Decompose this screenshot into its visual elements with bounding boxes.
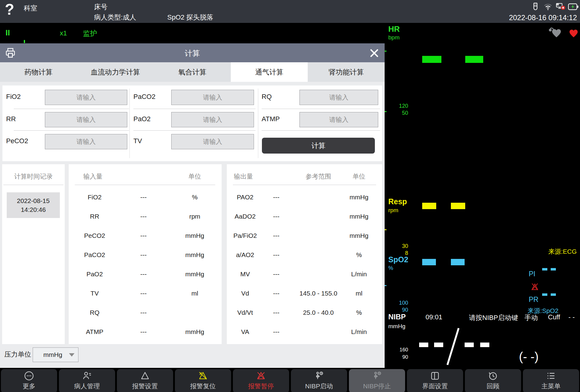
tab-ventilation-calc[interactable]: 通气计算 bbox=[231, 62, 308, 82]
pao2-input[interactable] bbox=[171, 112, 254, 127]
nibp-prompt: 请按NIBP启动键 bbox=[469, 313, 518, 322]
output-row-name: MV bbox=[228, 268, 262, 280]
patient-management-button[interactable]: 病人管理 bbox=[59, 369, 115, 392]
help-icon[interactable]: ? bbox=[5, 1, 14, 18]
tab-oxygenation-calc[interactable]: 氧合计算 bbox=[154, 62, 231, 82]
heart-sensor-icon bbox=[548, 25, 564, 39]
nibp-stop-button[interactable]: NIBP停止 bbox=[349, 369, 405, 392]
input-row-value: --- bbox=[125, 326, 162, 338]
nibp-dia-dash bbox=[465, 343, 474, 347]
resp-value-dash bbox=[451, 203, 465, 209]
spo2-value-dash bbox=[451, 259, 465, 265]
pressure-unit-select[interactable]: mmHg bbox=[33, 347, 78, 362]
pr-alarm-off-icon bbox=[530, 281, 540, 294]
output-row-unit: mmHg bbox=[344, 230, 374, 242]
dialog-tabbar: 药物计算 血流动力学计算 氧合计算 通气计算 肾功能计算 bbox=[0, 62, 385, 82]
hr-label: HR bbox=[388, 24, 400, 34]
output-row-name: Vd/Vt bbox=[228, 307, 262, 319]
output-row-value: --- bbox=[261, 249, 292, 261]
input-row-value: --- bbox=[125, 307, 162, 319]
input-row-unit: mmHg bbox=[173, 249, 216, 261]
output-row-value: --- bbox=[261, 326, 292, 338]
outputs-ref-header: 参考范围 bbox=[303, 172, 334, 181]
main-menu-button[interactable]: 主菜单 bbox=[523, 369, 579, 392]
pi-label: PI bbox=[529, 270, 535, 278]
dialog-title: 计算 bbox=[0, 48, 385, 58]
screen-setup-button[interactable]: 界面设置 bbox=[407, 369, 463, 392]
more-icon bbox=[1, 370, 57, 381]
peco2-input[interactable] bbox=[45, 134, 127, 149]
row-divider bbox=[133, 109, 256, 109]
tab-renal-calc[interactable]: 肾功能计算 bbox=[308, 62, 385, 82]
ecg-cal-tick bbox=[24, 40, 25, 43]
output-row-unit: ml bbox=[344, 287, 374, 299]
ecg-gain-label[interactable]: x1 bbox=[60, 29, 67, 37]
rr-label: RR bbox=[6, 112, 16, 126]
pr-label: PR bbox=[529, 296, 538, 304]
alarm-reset-button[interactable]: 报警复位 bbox=[175, 369, 231, 392]
monitor-mode-label[interactable]: 监护 bbox=[83, 29, 97, 38]
output-row-ref bbox=[295, 268, 341, 280]
row-divider bbox=[133, 130, 256, 131]
input-row-name: PaCO2 bbox=[72, 249, 118, 261]
rr-input[interactable] bbox=[45, 112, 127, 127]
more-button[interactable]: 更多 bbox=[1, 369, 57, 392]
atmp-input[interactable] bbox=[299, 112, 378, 127]
nibp-cuff-value: - - bbox=[568, 313, 575, 321]
tab-drug-calc[interactable]: 药物计算 bbox=[0, 62, 77, 82]
patient-type-label[interactable]: 病人类型:成人 bbox=[94, 13, 136, 22]
fio2-label: FiO2 bbox=[6, 90, 21, 104]
pi-value-dash bbox=[542, 268, 547, 270]
battery-charging-icon bbox=[568, 2, 579, 11]
output-row-unit: % bbox=[344, 249, 374, 261]
tv-label: TV bbox=[133, 134, 142, 148]
rq-input[interactable] bbox=[299, 90, 378, 105]
input-row-value: --- bbox=[125, 268, 162, 280]
nibp-start-button[interactable]: NIBP启动 bbox=[291, 369, 347, 392]
calculate-button[interactable]: 计算 bbox=[262, 138, 375, 154]
nibp-label: NIBP bbox=[388, 313, 406, 321]
dialog-header: 计算 bbox=[0, 43, 385, 62]
row-divider bbox=[14, 109, 129, 109]
department-label[interactable]: 科室 bbox=[24, 4, 37, 13]
close-icon[interactable] bbox=[369, 48, 380, 59]
output-row-value: --- bbox=[261, 287, 292, 299]
bed-number-label[interactable]: 床号 bbox=[94, 2, 107, 12]
output-row-ref bbox=[295, 230, 341, 242]
hr-value-dash bbox=[422, 56, 441, 63]
alarm-pause-button[interactable]: 报警暂停 bbox=[233, 369, 289, 392]
output-row-ref: 145.0 - 155.0 bbox=[295, 287, 341, 299]
review-button[interactable]: 回顾 bbox=[465, 369, 521, 392]
nibp-time: 09:01 bbox=[426, 313, 442, 321]
input-row-name: ATMP bbox=[72, 326, 118, 338]
history-entry[interactable]: 2022-08-15 14:20:46 bbox=[7, 192, 60, 218]
outputs-unit-header: 单位 bbox=[347, 172, 371, 181]
resp-label: Resp bbox=[388, 197, 407, 206]
hr-value-dash bbox=[465, 56, 483, 63]
paco2-input[interactable] bbox=[171, 90, 254, 105]
alarm-setup-button[interactable]: 报警设置 bbox=[117, 369, 173, 392]
output-row-ref bbox=[295, 326, 341, 338]
nibp-sys-dash bbox=[434, 343, 443, 347]
outputs-table: 输出量 参考范围 单位 PAO2 --- mmHg AaDO2 --- mmHg… bbox=[227, 164, 382, 344]
output-row-ref: 25.0 - 40.0 bbox=[295, 307, 341, 319]
nibp-slash bbox=[447, 328, 460, 365]
tv-input[interactable] bbox=[171, 134, 254, 149]
ecg-lead-label[interactable]: II bbox=[5, 28, 10, 38]
resp-value-dash bbox=[422, 203, 436, 209]
pressure-unit-label: 压力单位 bbox=[4, 347, 31, 361]
atmp-label: ATMP bbox=[262, 112, 280, 126]
fio2-input[interactable] bbox=[45, 90, 127, 105]
tab-hemodynamic-calc[interactable]: 血流动力学计算 bbox=[77, 62, 154, 82]
input-row-name: TV bbox=[72, 287, 118, 299]
output-row-unit: mmHg bbox=[344, 191, 374, 203]
history-panel: 计算时间记录 2022-08-15 14:20:46 bbox=[2, 164, 65, 344]
history-entry-date: 2022-08-15 bbox=[7, 196, 60, 205]
input-row-name: PaO2 bbox=[72, 268, 118, 280]
top-bar: ? 科室 床号 病人类型:成人 SpO2 探头脱落 bbox=[0, 0, 580, 23]
ventilation-form: FiO2 RR PeCO2 PaCO2 PaO2 TV RQ ATMP 计算 bbox=[2, 85, 382, 161]
output-row-name: VA bbox=[228, 326, 262, 338]
nibp-mode: 手动 bbox=[524, 313, 538, 322]
hr-limit-high: 120 bbox=[395, 103, 408, 109]
row-divider bbox=[14, 130, 129, 131]
